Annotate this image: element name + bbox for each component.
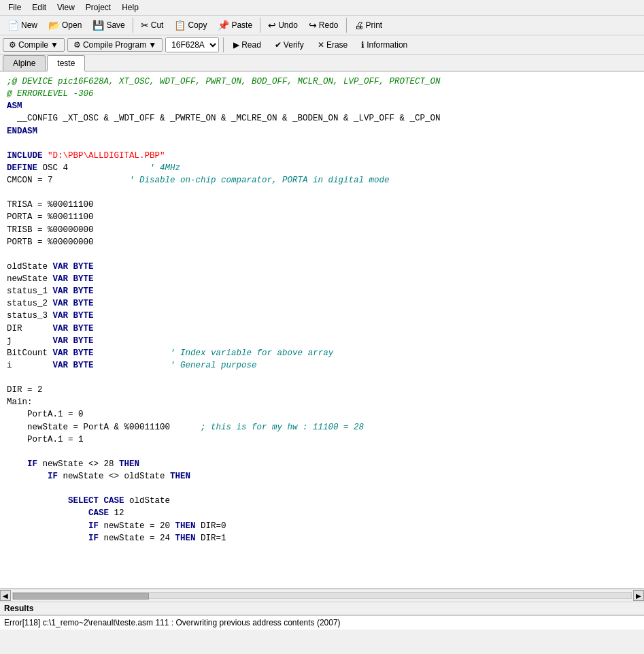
paste-label: Paste	[231, 20, 252, 30]
erase-button[interactable]: ✕ Erase	[312, 39, 353, 51]
compile-dropdown-arrow: ▼	[50, 40, 58, 50]
compile-program-icon: ⚙	[73, 40, 81, 50]
verify-button[interactable]: ✔ Verify	[269, 39, 309, 51]
cut-button[interactable]: ✂ Cut	[136, 18, 169, 33]
sep-1	[133, 18, 133, 33]
information-icon: ℹ	[361, 40, 365, 50]
read-label: Read	[241, 40, 261, 50]
tab-bar: Alpine teste	[0, 55, 644, 71]
redo-button[interactable]: ↪ Redo	[304, 18, 343, 33]
menu-edit[interactable]: Edit	[27, 1, 52, 14]
sep-3	[346, 18, 347, 33]
sep-2	[260, 18, 260, 33]
horizontal-scrollbar[interactable]: ◀ ▶	[0, 589, 644, 602]
compile-program-dropdown-arrow: ▼	[148, 40, 156, 50]
results-label: Results	[0, 602, 644, 615]
device-dropdown[interactable]: 16F628A	[165, 37, 219, 52]
erase-label: Erase	[326, 40, 348, 50]
cut-icon: ✂	[141, 20, 149, 31]
save-button[interactable]: 💾 Save	[88, 18, 129, 33]
save-icon: 💾	[92, 20, 104, 31]
read-icon: ▶	[233, 40, 239, 50]
menu-project[interactable]: Project	[80, 1, 116, 14]
menu-file[interactable]: File	[3, 1, 27, 14]
redo-label: Redo	[319, 20, 339, 30]
paste-button[interactable]: 📌 Paste	[213, 18, 257, 33]
scroll-right-button[interactable]: ▶	[633, 590, 644, 601]
undo-icon: ↩	[268, 20, 276, 31]
copy-button[interactable]: 📋 Copy	[169, 18, 211, 33]
tab-teste[interactable]: teste	[47, 55, 85, 71]
scroll-thumb[interactable]	[13, 593, 149, 600]
scroll-left-button[interactable]: ◀	[0, 590, 11, 601]
undo-button[interactable]: ↩ Undo	[263, 18, 303, 33]
open-icon: 📂	[48, 20, 60, 31]
compile-toolbar: ⚙ Compile ▼ ⚙ Compile Program ▼ 16F628A …	[0, 35, 644, 55]
copy-icon: 📋	[174, 20, 186, 31]
information-button[interactable]: ℹ Information	[356, 39, 413, 51]
save-label: Save	[106, 20, 124, 30]
erase-icon: ✕	[318, 40, 324, 50]
read-button[interactable]: ▶ Read	[228, 39, 267, 51]
compile-program-label: Compile Program	[83, 40, 146, 50]
menu-bar: File Edit View Project Help	[0, 0, 644, 16]
open-button[interactable]: 📂 Open	[44, 18, 86, 33]
scroll-track[interactable]	[12, 592, 632, 599]
device-select[interactable]: 16F628A	[166, 38, 218, 52]
verify-icon: ✔	[275, 40, 282, 50]
verify-label: Verify	[284, 40, 304, 50]
new-button[interactable]: 📄 New	[3, 18, 42, 33]
sep-4	[223, 37, 224, 52]
new-icon: 📄	[7, 20, 19, 31]
information-label: Information	[367, 40, 407, 50]
menu-help[interactable]: Help	[116, 1, 144, 14]
compile-label: Compile	[18, 40, 48, 50]
results-content: Error[118] c:\1_remo~2\renault\teste.asm…	[0, 615, 644, 630]
copy-label: Copy	[188, 20, 207, 30]
paste-icon: 📌	[218, 20, 229, 31]
toolbar: 📄 New 📂 Open 💾 Save ✂ Cut 📋 Copy 📌 Paste…	[0, 16, 644, 35]
compile-program-button[interactable]: ⚙ Compile Program ▼	[67, 38, 163, 52]
print-label: Print	[366, 20, 383, 30]
undo-label: Undo	[278, 20, 298, 30]
print-icon: 🖨	[354, 20, 364, 31]
open-label: Open	[62, 20, 82, 30]
menu-view[interactable]: View	[52, 1, 80, 14]
cut-label: Cut	[151, 20, 164, 30]
print-button[interactable]: 🖨 Print	[350, 18, 388, 33]
new-label: New	[21, 20, 37, 30]
redo-icon: ↪	[309, 20, 317, 31]
compile-button[interactable]: ⚙ Compile ▼	[3, 38, 65, 52]
compile-icon: ⚙	[9, 40, 16, 50]
tab-alpine[interactable]: Alpine	[3, 55, 46, 71]
code-editor[interactable]: ;@ DEVICE pic16F628A, XT_OSC, WDT_OFF, P…	[0, 71, 644, 589]
